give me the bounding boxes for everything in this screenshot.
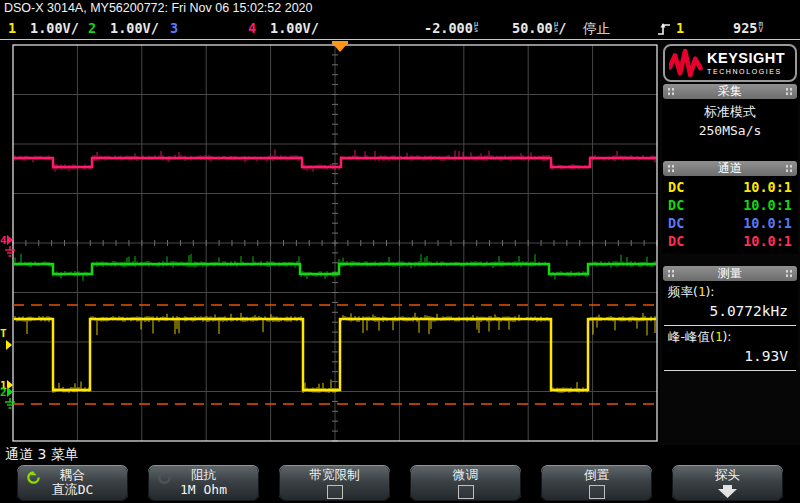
keysight-logo: KEYSIGHT TECHNOLOGIES (663, 44, 797, 82)
channel-3-badge[interactable]: 3 (170, 20, 178, 36)
channel-4-scale: 1.00V/ (270, 20, 319, 36)
trigger-source: 1 (676, 20, 684, 36)
delay-unit: µs (474, 21, 479, 33)
grip-icon (785, 87, 793, 96)
fine-adjust-checkbox[interactable] (458, 485, 474, 499)
sidebar: KEYSIGHT TECHNOLOGIES 采集 标准模式 250MSa/s 通… (660, 41, 800, 445)
measurement-peak-to-peak: 峰-峰值(1): 1.93V (664, 326, 796, 371)
cycle-icon-disabled (157, 470, 172, 485)
channel-4-badge[interactable]: 4 (248, 20, 256, 36)
brand-name: KEYSIGHT (707, 51, 785, 66)
grip-icon (667, 269, 675, 278)
channel-row: DC10.0:1 (662, 196, 798, 214)
softkey-fine-adjust[interactable]: 微调 (410, 465, 521, 501)
softkey-coupling[interactable]: 耦合 直流DC (17, 465, 128, 501)
down-arrow-icon (718, 485, 737, 498)
channel-row: DC10.0:1 (662, 178, 798, 196)
svg-text:4: 4 (0, 234, 7, 247)
grip-icon (785, 164, 793, 173)
trigger-level-readout[interactable]: 925mV (733, 20, 763, 36)
softkey-menu: 通道 3 菜单 耦合 直流DC 阻抗 1M Ohm 带宽限制 (0, 445, 800, 503)
svg-text:T: T (0, 327, 7, 340)
softkey-invert[interactable]: 倒置 (541, 465, 652, 501)
measure-header: 测量 (663, 266, 797, 281)
grip-icon (785, 269, 793, 278)
instrument-id: DSO-X 3014A, MY56200772: Fri Nov 06 15:0… (4, 1, 313, 15)
waveform-display: 4T12 (0, 41, 660, 445)
delay-readout[interactable]: -2.000µs (424, 20, 478, 36)
channel-1-badge[interactable]: 1 (8, 20, 16, 36)
softkey-probe[interactable]: 探头 (672, 465, 783, 501)
channel-2-badge[interactable]: 2 (88, 20, 96, 36)
channel-row: DC10.0:1 (662, 232, 798, 250)
invert-checkbox[interactable] (589, 485, 605, 499)
oscilloscope-screen: DSO-X 3014A, MY56200772: Fri Nov 06 15:0… (0, 0, 800, 503)
measurement-frequency: 频率(1): 5.0772kHz (664, 281, 796, 326)
trigger-level-unit: mV (758, 21, 763, 33)
grip-icon (667, 87, 675, 96)
softkey-bandwidth-limit[interactable]: 带宽限制 (279, 465, 390, 501)
acquire-header: 采集 (663, 84, 797, 99)
measure-title: 测量 (718, 266, 742, 281)
acquire-title: 采集 (718, 84, 742, 99)
bandwidth-limit-checkbox[interactable] (327, 485, 343, 499)
grip-icon (667, 164, 675, 173)
channel-2-scale: 1.00V/ (110, 20, 159, 36)
acquire-mode: 标准模式 (662, 102, 798, 121)
channel-1-scale: 1.00V/ (30, 20, 79, 36)
status-bar: DSO-X 3014A, MY56200772: Fri Nov 06 15:0… (0, 0, 800, 17)
run-state-indicator: 停止 (583, 20, 610, 38)
peak-to-peak-value: 1.93V (668, 345, 792, 368)
measure-panel: 测量 频率(1): 5.0772kHz 峰-峰值(1): 1.93V (662, 266, 798, 371)
menu-title: 通道 3 菜单 (5, 446, 79, 464)
keysight-spark-icon (669, 48, 703, 78)
trigger-edge-icon (657, 21, 671, 40)
frequency-value: 5.0772kHz (668, 300, 792, 323)
cycle-icon (26, 470, 41, 485)
channel-row: DC10.0:1 (662, 214, 798, 232)
timebase-readout[interactable]: 50.00µs/ (512, 20, 566, 36)
sample-rate: 250MSa/s (662, 121, 798, 140)
channels-title: 通道 (718, 161, 742, 176)
channels-panel: 通道 DC10.0:1 DC10.0:1 DC10.0:1 DC10.0:1 (662, 161, 798, 254)
svg-text:2: 2 (0, 386, 7, 399)
channels-header: 通道 (663, 161, 797, 176)
channel-status-bar: 1 1.00V/ 2 1.00V/ 3 4 1.00V/ -2.000µs 50… (0, 17, 800, 40)
brand-subtitle: TECHNOLOGIES (707, 68, 785, 75)
softkey-impedance[interactable]: 阻抗 1M Ohm (148, 465, 259, 501)
acquire-panel: 采集 标准模式 250MSa/s (662, 84, 798, 161)
